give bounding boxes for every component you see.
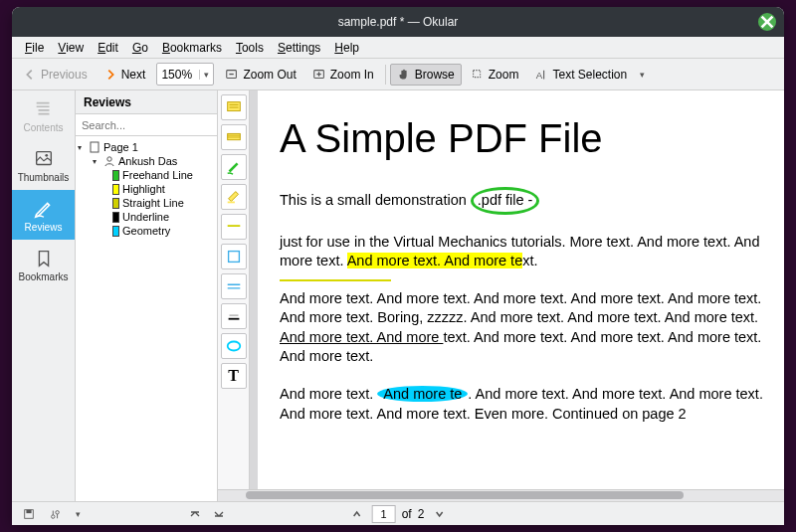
next-page-button[interactable] (430, 505, 448, 523)
next-button[interactable]: Next (97, 64, 153, 86)
menu-bookmarks[interactable]: Bookmarks (155, 39, 229, 57)
ellipse-tool-button[interactable] (221, 333, 247, 359)
zoom-in-label: Zoom In (330, 68, 374, 82)
svg-rect-19 (228, 318, 239, 320)
sidebar-bookmarks[interactable]: Bookmarks (12, 240, 75, 289)
text-selection-icon: A (534, 68, 548, 82)
titlebar: sample.pdf * — Okular (12, 7, 784, 37)
doc-paragraph: This is a small demonstration .pdf file … (280, 187, 768, 215)
menu-help[interactable]: Help (327, 39, 366, 57)
app-window: sample.pdf * — Okular File View Edit Go … (12, 7, 784, 525)
straight-line-tool-button[interactable] (221, 214, 247, 240)
zoom-in-button[interactable]: Zoom In (305, 64, 381, 86)
page-number-input[interactable] (372, 505, 396, 523)
tree-item-label: Geometry (122, 225, 170, 237)
color-swatch (112, 226, 119, 237)
text: This is a small demonstration (280, 192, 467, 208)
sidebar-contents[interactable]: Contents (12, 90, 75, 140)
svg-point-11 (107, 157, 111, 161)
doc-paragraph: just for use in the Virtual Mechanics tu… (280, 233, 768, 271)
svg-point-23 (52, 514, 55, 517)
freehand-tool-button[interactable] (221, 154, 247, 180)
contents-icon (33, 98, 55, 120)
tree-author-label: Ankush Das (118, 155, 177, 167)
underline-tool-button[interactable] (221, 303, 247, 329)
sidebar-reviews[interactable]: Reviews (12, 190, 75, 240)
menu-edit[interactable]: Edit (91, 39, 125, 57)
sidebar-thumbnails[interactable]: Thumbnails (12, 140, 75, 190)
close-button[interactable] (758, 13, 776, 31)
zoom-level-combo[interactable]: 150% ▾ (156, 63, 214, 86)
tree-item-label: Freehand Line (122, 169, 193, 181)
prev-page-button[interactable] (348, 505, 366, 523)
tree-item-label: Straight Line (122, 197, 184, 209)
scrollbar-thumb[interactable] (246, 491, 684, 499)
horizontal-scrollbar[interactable] (218, 489, 784, 501)
color-swatch (112, 170, 119, 181)
tree-annotation-item[interactable]: Underline (78, 210, 215, 224)
svg-rect-5 (473, 70, 480, 77)
save-icon-button[interactable] (20, 505, 38, 523)
zoom-label: Zoom (489, 68, 519, 82)
highlight-annotation: And more text. And more te (347, 253, 523, 268)
doc-paragraph: And more text. And more text. And more t… (280, 289, 768, 367)
reviews-panel-title: Reviews (76, 90, 217, 114)
text-selection-label: Text Selection (552, 68, 627, 82)
reviews-search-input[interactable] (76, 114, 217, 136)
browse-mode-button[interactable]: Browse (390, 64, 462, 86)
main-toolbar: Previous Next 150% ▾ Zoom Out Zoom In Br… (12, 59, 784, 90)
menu-file[interactable]: File (18, 39, 51, 57)
sidebar-thumbnails-label: Thumbnails (18, 172, 70, 183)
zoom-out-button[interactable]: Zoom Out (218, 64, 302, 86)
straight-line-annotation (280, 279, 391, 281)
chevron-down-icon[interactable]: ▾ (636, 66, 649, 84)
tree-item-label: Highlight (122, 183, 165, 195)
zoom-mode-button[interactable]: Zoom (464, 64, 526, 86)
svg-rect-16 (227, 202, 234, 204)
svg-point-20 (227, 342, 240, 351)
reviews-panel: Reviews ▾ Page 1 ▾ Ankush Das Freeha (76, 90, 218, 501)
color-swatch (112, 198, 119, 209)
svg-point-9 (45, 153, 48, 156)
pencil-icon (33, 198, 55, 220)
tree-author-node[interactable]: ▾ Ankush Das (78, 154, 215, 168)
collapse-down-icon[interactable] (210, 505, 228, 523)
document-viewport[interactable]: A Simple PDF File This is a small demons… (250, 90, 784, 501)
svg-rect-15 (227, 133, 240, 139)
polygon-tool-button[interactable] (221, 244, 247, 269)
note-tool-button[interactable] (221, 94, 247, 120)
tree-annotation-item[interactable]: Highlight (78, 182, 215, 196)
body: Contents Thumbnails Reviews Bookmarks Re… (12, 90, 784, 501)
tree-annotation-item[interactable]: Geometry (78, 224, 215, 238)
collapse-icon[interactable]: ▾ (78, 143, 86, 152)
text-selection-button[interactable]: A Text Selection (527, 64, 634, 86)
previous-button[interactable]: Previous (16, 64, 95, 86)
inline-note-tool-button[interactable] (221, 124, 247, 150)
page: A Simple PDF File This is a small demons… (258, 90, 784, 501)
total-pages: 2 (418, 507, 425, 521)
statusbar: ▾ of 2 (12, 501, 784, 525)
sidebar: Contents Thumbnails Reviews Bookmarks (12, 90, 76, 501)
svg-rect-22 (26, 509, 31, 512)
menu-tools[interactable]: Tools (229, 39, 271, 57)
config-icon-button[interactable] (46, 505, 64, 523)
collapse-icon[interactable]: ▾ (93, 157, 100, 166)
menu-go[interactable]: Go (125, 39, 155, 57)
text-tool-button[interactable]: T (221, 363, 247, 389)
menu-settings[interactable]: Settings (271, 39, 327, 57)
tree-annotation-item[interactable]: Freehand Line (78, 168, 215, 182)
underline-annotation: And more text. And more (280, 329, 443, 345)
menu-view[interactable]: View (51, 39, 91, 57)
stamp-tool-button[interactable] (221, 273, 247, 299)
user-icon (103, 155, 115, 167)
browse-label: Browse (415, 68, 455, 82)
highlighter-tool-button[interactable] (221, 184, 247, 210)
thumbnails-icon (33, 148, 55, 170)
chevron-down-icon[interactable]: ▾ (72, 505, 85, 523)
tree-annotation-item[interactable]: Straight Line (78, 196, 215, 210)
collapse-up-icon[interactable] (186, 505, 204, 523)
bookmark-icon (33, 248, 55, 269)
chevron-down-icon: ▾ (199, 70, 209, 80)
tree-page-node[interactable]: ▾ Page 1 (78, 140, 215, 154)
chevron-left-icon (23, 68, 37, 82)
